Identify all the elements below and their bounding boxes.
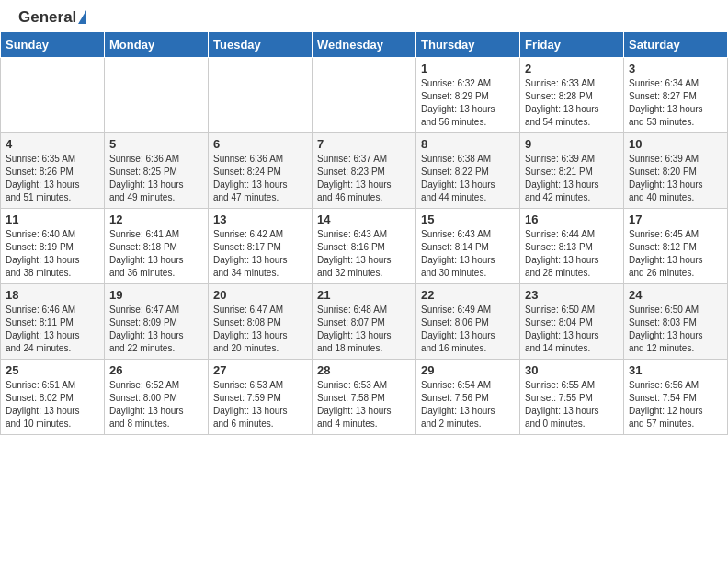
calendar-week-1: 1Sunrise: 6:32 AM Sunset: 8:29 PM Daylig…	[1, 57, 728, 132]
logo-text: General	[18, 9, 86, 27]
day-info: Sunrise: 6:50 AM Sunset: 8:04 PM Dayligh…	[525, 304, 619, 355]
calendar-day: 18Sunrise: 6:46 AM Sunset: 8:11 PM Dayli…	[1, 283, 105, 359]
day-info: Sunrise: 6:37 AM Sunset: 8:23 PM Dayligh…	[317, 153, 411, 204]
day-info: Sunrise: 6:36 AM Sunset: 8:25 PM Dayligh…	[109, 153, 203, 204]
day-number: 16	[525, 213, 619, 226]
calendar-day: 14Sunrise: 6:43 AM Sunset: 8:16 PM Dayli…	[313, 208, 416, 283]
day-number: 19	[109, 288, 203, 302]
day-info: Sunrise: 6:50 AM Sunset: 8:03 PM Dayligh…	[629, 304, 722, 355]
calendar: SundayMondayTuesdayWednesdayThursdayFrid…	[0, 31, 728, 435]
day-header-saturday: Saturday	[624, 31, 728, 57]
calendar-day: 30Sunrise: 6:55 AM Sunset: 7:55 PM Dayli…	[520, 359, 624, 434]
day-info: Sunrise: 6:51 AM Sunset: 8:02 PM Dayligh…	[6, 379, 99, 431]
day-info: Sunrise: 6:40 AM Sunset: 8:19 PM Dayligh…	[6, 228, 99, 280]
day-number: 2	[525, 62, 619, 75]
day-header-friday: Friday	[520, 31, 624, 57]
day-info: Sunrise: 6:49 AM Sunset: 8:06 PM Dayligh…	[421, 304, 515, 355]
day-info: Sunrise: 6:56 AM Sunset: 7:54 PM Dayligh…	[629, 379, 722, 431]
day-info: Sunrise: 6:52 AM Sunset: 8:00 PM Dayligh…	[109, 379, 203, 431]
day-header-sunday: Sunday	[1, 31, 105, 57]
day-info: Sunrise: 6:35 AM Sunset: 8:26 PM Dayligh…	[6, 153, 99, 204]
day-number: 9	[525, 137, 619, 151]
calendar-day: 2Sunrise: 6:33 AM Sunset: 8:28 PM Daylig…	[520, 57, 624, 132]
day-number: 28	[317, 363, 411, 377]
calendar-day: 24Sunrise: 6:50 AM Sunset: 8:03 PM Dayli…	[624, 283, 728, 359]
day-number: 31	[629, 363, 722, 377]
calendar-day: 28Sunrise: 6:53 AM Sunset: 7:58 PM Dayli…	[313, 359, 416, 434]
day-number: 4	[6, 137, 99, 151]
calendar-week-4: 18Sunrise: 6:46 AM Sunset: 8:11 PM Dayli…	[1, 283, 728, 359]
calendar-day	[1, 57, 105, 132]
day-info: Sunrise: 6:42 AM Sunset: 8:17 PM Dayligh…	[213, 228, 307, 280]
day-number: 27	[213, 363, 307, 377]
day-number: 20	[213, 288, 307, 302]
day-info: Sunrise: 6:36 AM Sunset: 8:24 PM Dayligh…	[213, 153, 307, 204]
day-info: Sunrise: 6:38 AM Sunset: 8:22 PM Dayligh…	[421, 153, 515, 204]
calendar-day: 15Sunrise: 6:43 AM Sunset: 8:14 PM Dayli…	[416, 208, 520, 283]
day-info: Sunrise: 6:45 AM Sunset: 8:12 PM Dayligh…	[629, 228, 722, 280]
day-number: 13	[213, 213, 307, 226]
day-number: 11	[6, 213, 99, 226]
calendar-day: 10Sunrise: 6:39 AM Sunset: 8:20 PM Dayli…	[624, 132, 728, 208]
day-header-thursday: Thursday	[416, 31, 520, 57]
day-number: 17	[629, 213, 722, 226]
day-info: Sunrise: 6:53 AM Sunset: 7:59 PM Dayligh…	[213, 379, 307, 431]
day-info: Sunrise: 6:55 AM Sunset: 7:55 PM Dayligh…	[525, 379, 619, 431]
calendar-day: 16Sunrise: 6:44 AM Sunset: 8:13 PM Dayli…	[520, 208, 624, 283]
day-number: 6	[213, 137, 307, 151]
day-header-wednesday: Wednesday	[313, 31, 416, 57]
day-number: 10	[629, 137, 722, 151]
calendar-day: 25Sunrise: 6:51 AM Sunset: 8:02 PM Dayli…	[1, 359, 105, 434]
day-number: 14	[317, 213, 411, 226]
logo: General	[18, 9, 86, 27]
day-number: 18	[6, 288, 99, 302]
day-info: Sunrise: 6:48 AM Sunset: 8:07 PM Dayligh…	[317, 304, 411, 355]
day-info: Sunrise: 6:44 AM Sunset: 8:13 PM Dayligh…	[525, 228, 619, 280]
calendar-day: 3Sunrise: 6:34 AM Sunset: 8:27 PM Daylig…	[624, 57, 728, 132]
calendar-day: 1Sunrise: 6:32 AM Sunset: 8:29 PM Daylig…	[416, 57, 520, 132]
day-number: 24	[629, 288, 722, 302]
day-number: 3	[629, 62, 722, 75]
calendar-day: 17Sunrise: 6:45 AM Sunset: 8:12 PM Dayli…	[624, 208, 728, 283]
logo-general: General	[18, 9, 86, 27]
day-number: 29	[421, 363, 515, 377]
day-info: Sunrise: 6:43 AM Sunset: 8:14 PM Dayligh…	[421, 228, 515, 280]
day-number: 12	[109, 213, 203, 226]
calendar-day: 22Sunrise: 6:49 AM Sunset: 8:06 PM Dayli…	[416, 283, 520, 359]
calendar-day: 5Sunrise: 6:36 AM Sunset: 8:25 PM Daylig…	[105, 132, 209, 208]
day-number: 22	[421, 288, 515, 302]
day-number: 23	[525, 288, 619, 302]
calendar-day: 20Sunrise: 6:47 AM Sunset: 8:08 PM Dayli…	[209, 283, 313, 359]
calendar-day: 29Sunrise: 6:54 AM Sunset: 7:56 PM Dayli…	[416, 359, 520, 434]
calendar-day: 7Sunrise: 6:37 AM Sunset: 8:23 PM Daylig…	[313, 132, 416, 208]
day-number: 21	[317, 288, 411, 302]
day-info: Sunrise: 6:46 AM Sunset: 8:11 PM Dayligh…	[6, 304, 99, 355]
calendar-week-5: 25Sunrise: 6:51 AM Sunset: 8:02 PM Dayli…	[1, 359, 728, 434]
day-info: Sunrise: 6:33 AM Sunset: 8:28 PM Dayligh…	[525, 77, 619, 129]
day-number: 15	[421, 213, 515, 226]
calendar-day: 19Sunrise: 6:47 AM Sunset: 8:09 PM Dayli…	[105, 283, 209, 359]
day-info: Sunrise: 6:39 AM Sunset: 8:21 PM Dayligh…	[525, 153, 619, 204]
day-info: Sunrise: 6:39 AM Sunset: 8:20 PM Dayligh…	[629, 153, 722, 204]
day-info: Sunrise: 6:41 AM Sunset: 8:18 PM Dayligh…	[109, 228, 203, 280]
calendar-day	[105, 57, 209, 132]
calendar-day: 9Sunrise: 6:39 AM Sunset: 8:21 PM Daylig…	[520, 132, 624, 208]
calendar-day: 21Sunrise: 6:48 AM Sunset: 8:07 PM Dayli…	[313, 283, 416, 359]
day-number: 25	[6, 363, 99, 377]
day-info: Sunrise: 6:47 AM Sunset: 8:08 PM Dayligh…	[213, 304, 307, 355]
calendar-day: 11Sunrise: 6:40 AM Sunset: 8:19 PM Dayli…	[1, 208, 105, 283]
day-header-tuesday: Tuesday	[209, 31, 313, 57]
day-info: Sunrise: 6:53 AM Sunset: 7:58 PM Dayligh…	[317, 379, 411, 431]
calendar-day: 6Sunrise: 6:36 AM Sunset: 8:24 PM Daylig…	[209, 132, 313, 208]
calendar-day: 31Sunrise: 6:56 AM Sunset: 7:54 PM Dayli…	[624, 359, 728, 434]
calendar-day: 26Sunrise: 6:52 AM Sunset: 8:00 PM Dayli…	[105, 359, 209, 434]
day-number: 1	[421, 62, 515, 75]
calendar-week-2: 4Sunrise: 6:35 AM Sunset: 8:26 PM Daylig…	[1, 132, 728, 208]
day-number: 8	[421, 137, 515, 151]
calendar-day: 27Sunrise: 6:53 AM Sunset: 7:59 PM Dayli…	[209, 359, 313, 434]
day-info: Sunrise: 6:54 AM Sunset: 7:56 PM Dayligh…	[421, 379, 515, 431]
calendar-day: 13Sunrise: 6:42 AM Sunset: 8:17 PM Dayli…	[209, 208, 313, 283]
day-number: 5	[109, 137, 203, 151]
calendar-day: 8Sunrise: 6:38 AM Sunset: 8:22 PM Daylig…	[416, 132, 520, 208]
calendar-day	[313, 57, 416, 132]
